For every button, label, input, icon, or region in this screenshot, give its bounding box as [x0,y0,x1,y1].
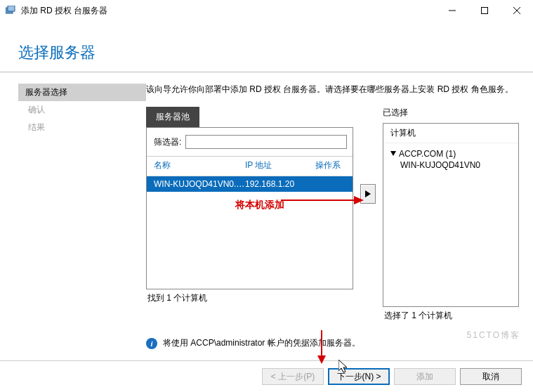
tree-parent-label: ACCP.COM (1) [399,149,456,159]
filter-label: 筛选器: [154,136,181,148]
sidebar-item-confirm[interactable]: 确认 [21,101,146,119]
prev-button[interactable]: < 上一步(P) [262,368,324,385]
page-heading: 选择服务器 [0,21,533,72]
selected-tree-child[interactable]: WIN-KUJOQD41VN0 [390,160,511,170]
col-ip[interactable]: IP 地址 [245,159,315,171]
title-text: 添加 RD 授权 台服务器 [21,5,107,17]
selected-title: 已选择 [383,107,519,119]
svg-marker-7 [390,151,396,156]
main-panel: 该向导允许你向部署中添加 RD 授权 台服务器。请选择要在哪些服务器上安装 RD… [146,84,533,349]
next-button[interactable]: 下一步(N) > [328,368,390,385]
info-icon: i [146,338,157,349]
sidebar-item-server-selection[interactable]: 服务器选择 [18,84,146,101]
svg-rect-1 [8,6,15,11]
minimize-button[interactable] [436,0,468,21]
description-text: 该向导允许你向部署中添加 RD 授权 台服务器。请选择要在哪些服务器上安装 RD… [146,84,519,96]
svg-rect-3 [482,8,488,14]
expand-collapse-icon [390,151,396,157]
add-button[interactable]: 添加 [394,368,456,385]
pool-row-ip: 192.168.1.20 [245,179,315,189]
pool-list: WIN-KUJOQD41VN0.a... 192.168.1.20 [147,176,353,289]
add-arrow-button[interactable] [360,184,376,204]
close-button[interactable] [501,0,533,21]
footer: < 上一步(P) 下一步(N) > 添加 取消 [0,360,533,392]
server-pool-tab[interactable]: 服务器池 [146,107,199,127]
title-bar: 添加 RD 授权 台服务器 [0,0,533,21]
pool-row-name: WIN-KUJOQD41VN0.a... [154,179,245,189]
pool-column-headers: 名称 IP 地址 操作系 [147,157,353,176]
info-text: 将使用 ACCP\administrator 帐户的凭据添加服务器。 [163,337,360,349]
col-name[interactable]: 名称 [154,159,245,171]
info-row: i 将使用 ACCP\administrator 帐户的凭据添加服务器。 [146,337,519,349]
selected-count: 选择了 1 个计算机 [383,307,519,322]
selected-box: 计算机 ACCP.COM (1) WIN-KUJOQD41VN0 [383,123,519,307]
app-icon [6,5,17,16]
sidebar-item-results[interactable]: 结果 [21,119,146,136]
svg-marker-6 [365,190,371,197]
pool-row[interactable]: WIN-KUJOQD41VN0.a... 192.168.1.20 [147,176,353,192]
col-os[interactable]: 操作系 [315,159,347,171]
maximize-button[interactable] [468,0,501,21]
selected-header: 计算机 [383,124,518,143]
found-count: 找到 1 个计算机 [146,289,353,304]
sidebar: 服务器选择 确认 结果 [0,84,146,349]
cancel-button[interactable]: 取消 [460,368,522,385]
filter-input[interactable] [185,135,347,149]
selected-tree-parent[interactable]: ACCP.COM (1) [390,149,511,159]
server-pool-box: 筛选器: 名称 IP 地址 操作系 WIN-KUJOQD41VN0.a... 1… [146,127,353,289]
